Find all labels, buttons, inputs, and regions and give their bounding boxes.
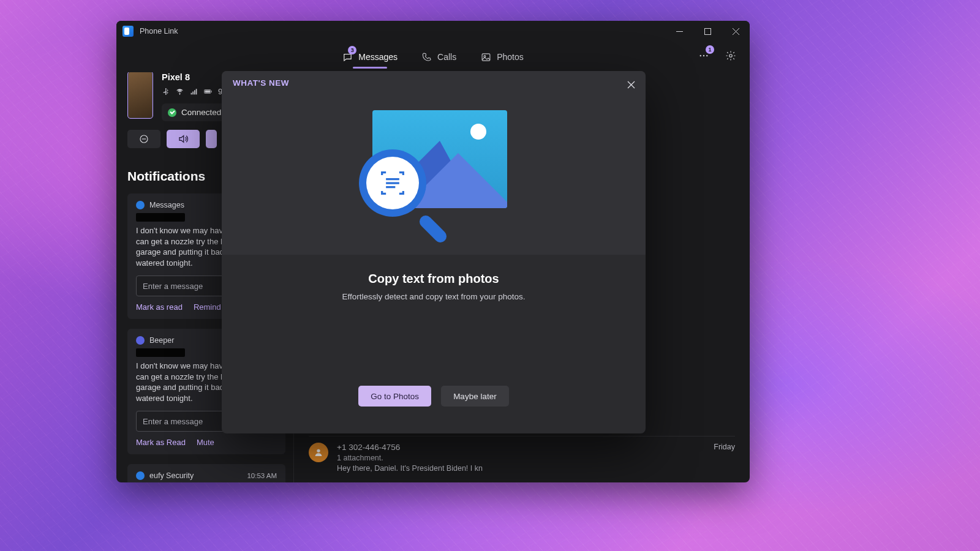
- modal-close-button[interactable]: [622, 76, 639, 93]
- mute-action[interactable]: Mute: [197, 438, 214, 447]
- svg-point-3: [700, 55, 701, 56]
- svg-rect-11: [196, 89, 197, 94]
- thread-day: Friday: [714, 443, 735, 452]
- svg-rect-8: [191, 93, 192, 95]
- notification-card[interactable]: eufy Security10:53 AM Porch : Someone ha…: [127, 464, 285, 482]
- svg-rect-10: [194, 90, 195, 94]
- maybe-later-button[interactable]: Maybe later: [441, 386, 509, 407]
- modal-label: WHAT'S NEW: [233, 78, 289, 88]
- check-icon: [168, 108, 176, 117]
- minimize-button[interactable]: [665, 21, 693, 42]
- image-icon: [481, 52, 491, 62]
- more-badge: 1: [706, 45, 714, 54]
- header: 3 Messages Calls Photos 1: [116, 42, 750, 72]
- tab-messages[interactable]: 3 Messages: [341, 48, 399, 66]
- avatar: [309, 443, 328, 462]
- tab-calls[interactable]: Calls: [421, 48, 458, 66]
- app-icon: [123, 26, 134, 37]
- mark-read-action[interactable]: Mark as Read: [136, 438, 186, 447]
- eufy-app-icon: [136, 471, 145, 480]
- signal-icon: [190, 88, 198, 96]
- whats-new-modal: WHAT'S NEW: [222, 71, 646, 433]
- wifi-icon: [176, 88, 184, 96]
- close-button[interactable]: [722, 21, 750, 42]
- svg-rect-9: [192, 92, 194, 95]
- window-title: Phone Link: [140, 27, 178, 36]
- svg-rect-1: [482, 53, 490, 60]
- notification-time: 10:53 AM: [247, 472, 277, 479]
- beeper-app-icon: [136, 336, 145, 345]
- extra-quick-button[interactable]: [206, 130, 217, 148]
- titlebar: Phone Link: [116, 21, 750, 42]
- thread-number: +1 302-446-4756: [337, 443, 400, 452]
- svg-point-7: [179, 94, 180, 94]
- modal-title: Copy text from photos: [368, 272, 499, 286]
- more-button[interactable]: 1: [695, 47, 713, 65]
- conversation-row[interactable]: +1 302-446-4756Friday 1 attachment. Hey …: [309, 436, 735, 479]
- go-to-photos-button[interactable]: Go to Photos: [358, 386, 431, 407]
- dnd-button[interactable]: [127, 130, 160, 148]
- hero-illustration: [354, 107, 513, 241]
- gear-icon: [725, 50, 736, 61]
- redacted-sender: [136, 348, 185, 357]
- modal-body: Effortlessly detect and copy text from y…: [342, 292, 525, 301]
- connection-status[interactable]: Connected: [162, 103, 227, 121]
- tab-photos[interactable]: Photos: [480, 48, 525, 66]
- battery-icon: [204, 88, 212, 96]
- mark-read-action[interactable]: Mark as read: [136, 302, 183, 312]
- device-thumbnail[interactable]: [127, 72, 153, 119]
- svg-rect-0: [704, 28, 710, 34]
- maximize-button[interactable]: [693, 21, 722, 42]
- phone-icon: [422, 52, 432, 62]
- settings-button[interactable]: [722, 47, 740, 65]
- svg-point-16: [317, 449, 320, 452]
- redacted-sender: [136, 213, 185, 222]
- svg-point-4: [703, 55, 704, 56]
- svg-rect-13: [211, 91, 212, 92]
- messages-app-icon: [136, 201, 145, 209]
- svg-rect-14: [205, 91, 211, 93]
- volume-button[interactable]: [167, 130, 200, 148]
- ocr-icon: [377, 167, 409, 199]
- app-window: Phone Link 3 Messages Calls: [116, 21, 750, 482]
- bluetooth-icon: [162, 88, 170, 96]
- svg-point-5: [706, 55, 707, 56]
- svg-point-6: [729, 54, 733, 58]
- messages-badge: 3: [348, 46, 356, 54]
